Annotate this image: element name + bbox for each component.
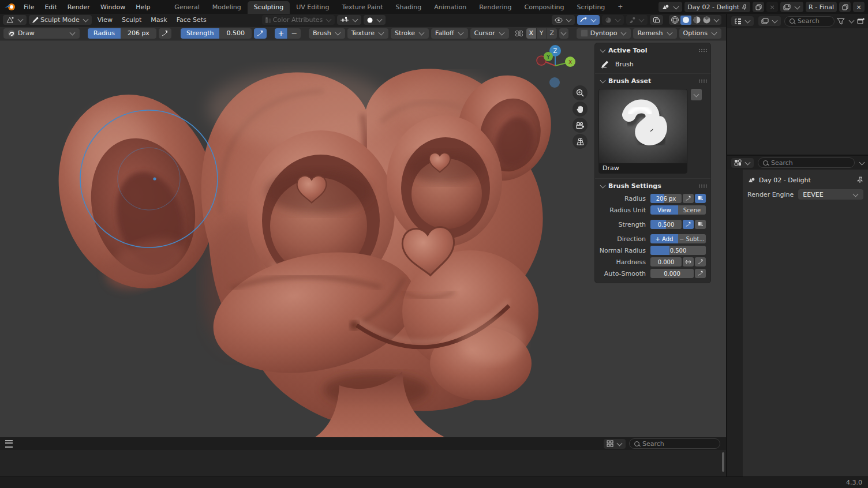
popover-texture[interactable]: Texture [347,28,388,39]
new-scene-button[interactable] [753,2,764,12]
menu-render[interactable]: Render [62,0,95,14]
wireframe-shading-icon[interactable] [671,16,679,24]
color-attributes-selector[interactable]: Color Attributes [262,15,335,25]
strength-slider[interactable]: 0.500 [650,220,682,229]
radius-unit-scene[interactable]: Scene [678,205,706,215]
direction-subtract[interactable]: −Subt... [678,234,706,243]
brush-asset-preview[interactable]: Draw [598,89,687,174]
brush-falloff-popover[interactable] [337,15,361,25]
strength-pressure-toggle[interactable] [683,220,694,229]
strength-pressure-toggle[interactable] [254,28,267,39]
direction-add-button[interactable]: + [275,28,287,39]
radius-unified-toggle[interactable] [695,194,706,203]
solid-shading-button[interactable] [680,16,691,25]
remesh-popover[interactable]: Remesh [633,28,676,39]
show-whole-scene-transparent-button[interactable] [552,15,575,25]
overlays-button[interactable] [650,15,663,25]
popover-cursor[interactable]: Cursor [470,28,509,39]
shelf-scrollbar[interactable] [722,452,724,472]
viewport-menu-view[interactable]: View [93,16,117,24]
pan-button[interactable] [573,102,588,117]
shelf-search-input[interactable]: Search [629,438,720,449]
brush-selector[interactable]: Draw [3,28,80,39]
hardness-pressure-toggle[interactable] [695,257,706,266]
direction-add[interactable]: +Add [650,234,678,243]
mirror-y-toggle[interactable]: Y [537,28,547,39]
workspace-tab-compositing[interactable]: Compositing [518,1,570,14]
menu-help[interactable]: Help [130,0,155,14]
brush-texture-popover[interactable] [364,15,386,25]
dyntopo-checkbox[interactable] [581,29,588,37]
menu-window[interactable]: Window [95,0,130,14]
radius-pressure-toggle[interactable] [683,194,694,203]
brush-asset-menu-button[interactable] [691,89,702,100]
workspace-tab-animation[interactable]: Animation [428,1,473,14]
rendered-shading-icon[interactable] [702,16,711,24]
outliner-editor-type-button[interactable] [731,16,754,26]
strength-slider[interactable]: Strength 0.500 [181,28,252,39]
radius-slider[interactable]: Radius 206 px [88,28,156,39]
dyntopo-toggle[interactable]: Dyntopo [577,28,631,39]
auto-smooth-slider[interactable]: 0.000 [650,269,694,278]
popover-brush[interactable]: Brush [309,28,345,39]
brush-asset-panel-header[interactable]: Brush Asset [595,73,710,88]
scene-name-field[interactable]: Day 02 - Delight [684,2,750,12]
workspace-tab-uv-editing[interactable]: UV Editing [290,1,335,14]
toggle-ortho-button[interactable] [573,134,588,149]
direction-segmented[interactable]: +Add −Subt... [650,234,706,243]
viewport-menu-sculpt[interactable]: Sculpt [117,16,146,24]
properties-options-button[interactable] [859,159,865,165]
filter-icon[interactable] [837,18,845,25]
editor-type-button[interactable] [3,15,27,25]
snapping-button[interactable] [602,15,624,25]
scene-selector[interactable] [659,2,682,12]
mirror-z-toggle[interactable]: Z [547,28,557,39]
workspace-tab-texture-paint[interactable]: Texture Paint [336,1,390,14]
pin-icon[interactable] [742,4,747,10]
pin-icon[interactable] [857,177,863,183]
viewport-canvas[interactable]: Z Y X Active Tool [0,40,726,437]
active-tool-panel-header[interactable]: Active Tool [595,43,710,57]
radius-unit-segmented[interactable]: View Scene [650,205,706,215]
zoom-button[interactable] [573,85,588,100]
properties-search-input[interactable]: Search [758,157,855,168]
auto-smooth-pressure-toggle[interactable] [695,269,706,278]
material-shading-icon[interactable] [693,16,701,24]
hardness-invert-toggle[interactable] [683,257,694,266]
new-view-layer-button[interactable] [839,2,851,12]
radius-unit-view[interactable]: View [650,205,678,215]
remove-view-layer-button[interactable]: × [853,2,865,12]
workspace-tab-general[interactable]: General [168,1,205,14]
menu-file[interactable]: File [18,0,39,14]
blender-logo-icon[interactable] [3,2,18,12]
workspace-tab-sculpting[interactable]: Sculpting [248,1,290,14]
popover-falloff[interactable]: Falloff [431,28,467,39]
navigation-gizmo[interactable]: Z Y X [529,43,582,88]
properties-editor-type-button[interactable] [731,158,754,168]
viewport-menu-face-sets[interactable]: Face Sets [172,16,211,24]
add-workspace-button[interactable]: + [611,1,629,13]
radius-slider[interactable]: 206 px [650,194,682,203]
annotate-eyedropper-button[interactable] [626,15,648,25]
mirror-x-toggle[interactable]: X [526,28,536,39]
workspace-tab-rendering[interactable]: Rendering [473,1,518,14]
brush-settings-panel-header[interactable]: Brush Settings [595,178,710,193]
strength-unified-toggle[interactable] [695,220,706,229]
view-layer-name-field[interactable]: R - Final [806,2,837,12]
menu-edit[interactable]: Edit [39,0,62,14]
workspace-tab-shading[interactable]: Shading [390,1,428,14]
transform-pivot-button[interactable] [577,15,600,25]
camera-view-button[interactable] [573,118,588,133]
outliner-display-mode-button[interactable] [758,16,781,26]
mirror-options-button[interactable] [559,28,568,39]
workspace-tab-scripting[interactable]: Scripting [570,1,611,14]
normal-radius-slider[interactable]: 0.500 [650,246,706,255]
asset-shelf-menu-button[interactable] [0,437,17,450]
direction-subtract-button[interactable]: − [288,28,301,39]
viewport-menu-mask[interactable]: Mask [146,16,171,24]
view-layer-selector[interactable] [780,2,803,12]
hardness-slider[interactable]: 0.000 [650,257,682,266]
render-engine-dropdown[interactable]: EEVEE [798,189,863,200]
mode-selector[interactable]: Sculpt Mode [29,15,92,25]
radius-pressure-toggle[interactable] [159,28,171,39]
